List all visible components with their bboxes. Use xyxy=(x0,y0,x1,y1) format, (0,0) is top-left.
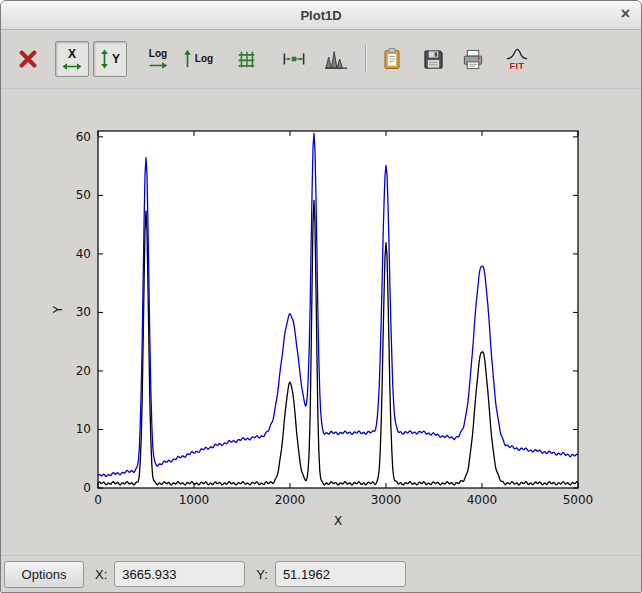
svg-text:2000: 2000 xyxy=(275,493,306,507)
svg-text:3000: 3000 xyxy=(371,493,402,507)
grid-icon xyxy=(235,48,257,70)
close-button[interactable]: × xyxy=(621,6,630,22)
up-arrow-icon xyxy=(183,49,192,69)
histogram-button[interactable] xyxy=(319,41,353,77)
vertical-double-arrow-icon xyxy=(100,49,109,69)
svg-text:50: 50 xyxy=(76,188,91,202)
plot-area: 0100020003000400050000102030405060XY xyxy=(1,89,641,560)
svg-text:30: 30 xyxy=(76,305,91,319)
fit-curve-icon xyxy=(506,48,528,60)
window-titlebar[interactable]: Plot1D × xyxy=(1,1,641,30)
right-arrow-icon xyxy=(148,61,168,70)
clear-button[interactable] xyxy=(11,41,45,77)
svg-text:20: 20 xyxy=(76,364,91,378)
svg-text:10: 10 xyxy=(76,422,91,436)
red-x-icon xyxy=(17,48,39,70)
svg-text:5000: 5000 xyxy=(563,493,594,507)
svg-text:0: 0 xyxy=(83,481,91,495)
y-coordinate-label: Y: xyxy=(256,567,268,582)
x-coordinate-field[interactable] xyxy=(114,561,245,587)
print-icon xyxy=(461,48,485,71)
x-coordinate-label: X: xyxy=(95,567,107,582)
options-button[interactable]: Options xyxy=(4,561,84,588)
svg-text:40: 40 xyxy=(76,247,91,261)
save-button[interactable] xyxy=(416,41,450,77)
statusbar: Options X: Y: xyxy=(1,555,641,592)
print-button[interactable] xyxy=(456,41,490,77)
svg-text:Y: Y xyxy=(51,305,65,314)
copy-icon xyxy=(381,47,405,71)
x-autoscale-button[interactable]: X xyxy=(55,41,89,77)
horizontal-double-arrow-icon xyxy=(62,62,82,71)
histogram-icon xyxy=(324,48,348,70)
y-autoscale-button[interactable]: Y xyxy=(93,41,127,77)
toolbar: X Y Log xyxy=(1,30,641,89)
svg-text:1000: 1000 xyxy=(179,493,210,507)
svg-text:X: X xyxy=(334,514,342,528)
x-log-button[interactable]: Log xyxy=(141,41,175,77)
x-log-label: Log xyxy=(149,49,167,59)
grid-button[interactable] xyxy=(229,41,263,77)
svg-text:60: 60 xyxy=(76,130,91,144)
fit-button[interactable]: FIT xyxy=(500,41,534,77)
fit-label: FIT xyxy=(510,62,525,71)
copy-button[interactable] xyxy=(376,41,410,77)
window-title: Plot1D xyxy=(300,8,341,23)
plot1d-window: Plot1D × X Y Log xyxy=(0,0,642,593)
svg-text:4000: 4000 xyxy=(467,493,498,507)
y-coordinate-field[interactable] xyxy=(275,561,406,587)
markers-button[interactable] xyxy=(277,41,311,77)
x-autoscale-label: X xyxy=(68,48,76,60)
toolbar-separator xyxy=(365,45,366,73)
plot-canvas[interactable]: 0100020003000400050000102030405060XY xyxy=(1,89,642,560)
y-log-label: Log xyxy=(195,54,213,64)
markers-icon xyxy=(282,48,306,70)
y-autoscale-label: Y xyxy=(112,53,120,65)
y-log-button[interactable]: Log xyxy=(181,41,215,77)
save-icon xyxy=(422,48,445,71)
svg-text:0: 0 xyxy=(94,493,102,507)
